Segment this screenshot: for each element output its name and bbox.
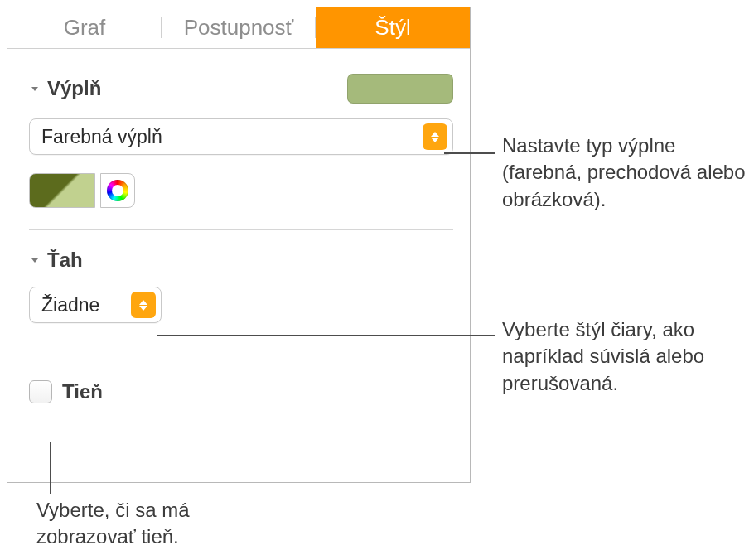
- disclosure-triangle-icon[interactable]: [29, 83, 41, 94]
- fill-type-select[interactable]: Farebná výplň: [29, 118, 453, 155]
- stroke-section-header: Ťah: [29, 230, 453, 275]
- callout-stroke-style: Vyberte štýl čiary, ako napríklad súvisl…: [502, 316, 754, 397]
- inspector-body: Výplň Farebná výplň Ťah Žiadne: [7, 49, 470, 403]
- callout-fill-type: Nastavte typ výplne (farebná, prechodová…: [502, 133, 751, 213]
- style-inspector-panel: Graf Postupnosť Štýl Výplň Farebná výplň: [7, 7, 471, 483]
- tab-label: Štýl: [375, 15, 410, 41]
- shadow-row: Tieň: [29, 380, 453, 403]
- fill-title: Výplň: [47, 77, 101, 100]
- callout-shadow-checkbox: Vyberte, či sa má zobrazovať tieň.: [36, 497, 268, 551]
- leader-line-vertical: [50, 442, 51, 494]
- color-wheel-icon: [107, 180, 128, 201]
- fill-section-header: Výplň: [29, 49, 453, 107]
- color-picker-button[interactable]: [100, 173, 135, 208]
- leader-line: [444, 152, 495, 154]
- tab-label: Graf: [64, 15, 106, 41]
- tab-style[interactable]: Štýl: [316, 7, 470, 48]
- popup-stepper-icon[interactable]: [423, 123, 447, 150]
- fill-gradient-swatch[interactable]: [29, 173, 95, 208]
- inspector-tabs: Graf Postupnosť Štýl: [7, 7, 470, 49]
- tab-label: Postupnosť: [184, 15, 294, 41]
- popup-stepper-icon[interactable]: [131, 292, 156, 318]
- fill-type-value: Farebná výplň: [41, 126, 423, 148]
- disclosure-triangle-icon[interactable]: [29, 254, 41, 266]
- fill-color-swatch[interactable]: [347, 74, 453, 104]
- stroke-style-value: Žiadne: [41, 294, 131, 316]
- fill-color-row: [29, 173, 453, 208]
- leader-line: [157, 335, 495, 336]
- tab-series[interactable]: Postupnosť: [162, 7, 316, 48]
- stroke-style-select[interactable]: Žiadne: [29, 287, 162, 323]
- shadow-checkbox[interactable]: [29, 380, 52, 403]
- section-divider: [29, 345, 453, 345]
- shadow-label: Tieň: [62, 380, 103, 403]
- stroke-title: Ťah: [47, 249, 83, 272]
- tab-graph[interactable]: Graf: [7, 7, 162, 48]
